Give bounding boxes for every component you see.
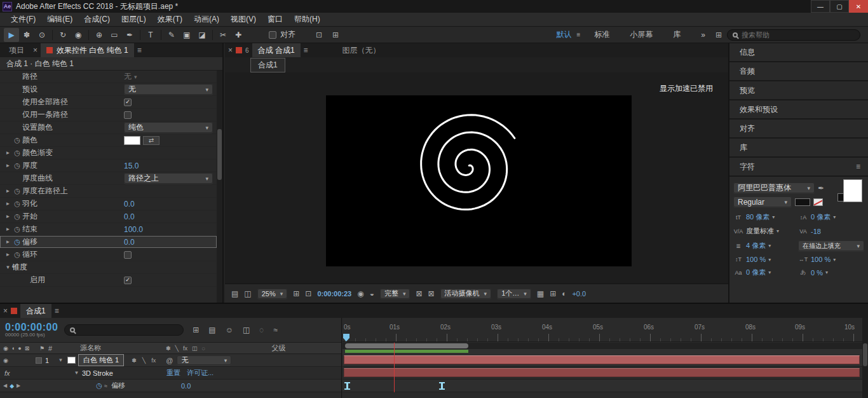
work-area-bar[interactable]	[345, 350, 468, 353]
fill-color-swatch[interactable]	[843, 179, 862, 202]
menu-edit[interactable]: 编辑(E)	[41, 14, 78, 25]
work-area-track[interactable]	[342, 349, 862, 354]
time-ruler[interactable]: 0s 01s 02s 03s 04s 05s 06s 07s 08s 09s 1…	[342, 318, 862, 342]
time-navigator-bar[interactable]	[345, 343, 468, 348]
mask-toggle-icon[interactable]: ⊠	[428, 289, 435, 298]
draft-3d-icon[interactable]: ▤	[208, 326, 215, 334]
selection-tool-button[interactable]: ▶	[4, 28, 19, 42]
composition-flowchart-icon[interactable]: ⊞	[193, 326, 199, 334]
property-row[interactable]: ◀ ◆ ▶ ◷ ≈ 偏移 0.0	[0, 380, 341, 392]
solid-color-chip[interactable]	[67, 357, 76, 364]
stopwatch-icon[interactable]: ◷	[12, 225, 22, 233]
tab-timeline-comp[interactable]: 合成1	[20, 304, 51, 318]
panel-tab-libraries[interactable]: 库	[729, 139, 868, 158]
add-keyframe-icon[interactable]: ◆	[10, 383, 14, 389]
stopwatch-icon[interactable]: ◷	[12, 238, 22, 246]
layer-row[interactable]: ◉ 1 ▼ 白色 纯色 1 ✽ ╲ fx @ 无▾	[0, 354, 341, 367]
stopwatch-icon[interactable]: ◷	[12, 200, 22, 208]
expand-icon[interactable]: ►	[4, 201, 12, 207]
expand-icon[interactable]: ►	[4, 188, 12, 194]
source-name-column[interactable]: 源名称	[60, 343, 155, 353]
expand-icon[interactable]: ►	[4, 252, 12, 257]
close-icon[interactable]: ×	[3, 306, 8, 315]
panel-tab-character[interactable]: 字符 ≡	[729, 158, 868, 177]
menu-view[interactable]: 视图(V)	[225, 14, 262, 25]
pickwhip-icon[interactable]: @	[166, 357, 173, 364]
current-time-indicator[interactable]	[394, 343, 395, 392]
keyframe[interactable]	[439, 382, 445, 390]
solo-icon[interactable]: ●	[18, 345, 21, 352]
layer-visibility-icon[interactable]: ◉	[3, 357, 8, 364]
brush-tool-button[interactable]: ✎	[164, 28, 179, 42]
prev-keyframe-icon[interactable]: ◀	[3, 383, 7, 388]
scrollbar-thumb[interactable]	[863, 343, 867, 366]
workspace-standard[interactable]: 标准	[594, 29, 609, 40]
stopwatch-icon[interactable]: ◷	[12, 187, 22, 195]
current-timecode[interactable]: 0:00:00:00	[5, 322, 58, 332]
graph-editor-icon[interactable]: ≈	[273, 326, 278, 334]
expand-icon[interactable]: ►	[4, 226, 12, 232]
collapse-icon[interactable]: ▼	[4, 264, 12, 270]
snapshot-icon[interactable]: ▤	[231, 289, 238, 298]
color-swatch[interactable]	[124, 136, 140, 145]
scrollbar-thumb[interactable]	[217, 129, 222, 180]
magnification-dropdown[interactable]: 25%▾	[257, 289, 288, 299]
stopwatch-icon[interactable]: ◷	[94, 381, 104, 390]
camera-tool-button[interactable]: ◉	[71, 28, 86, 42]
panel-menu-icon[interactable]: ≡	[55, 306, 59, 315]
tab-effect-controls[interactable]: 效果控件 白色 纯色 1	[41, 43, 134, 57]
layer-label-chip[interactable]	[36, 357, 42, 364]
zoom-tool-button[interactable]: ⊙	[34, 28, 50, 42]
pixel-aspect-icon[interactable]: ▦	[537, 289, 544, 298]
hand-tool-button[interactable]: ✽	[19, 28, 34, 42]
font-family-dropdown[interactable]: 阿里巴巴普惠体▾	[733, 182, 815, 193]
tsume-control[interactable]: あ 0 % ▾	[798, 268, 864, 277]
loop-checkbox[interactable]	[124, 251, 132, 259]
stroke-style-dropdown[interactable]: 在描边上填充▾	[798, 240, 864, 251]
panel-tab-align[interactable]: 对齐	[729, 120, 868, 139]
show-channel-icon[interactable]: ◫	[244, 289, 251, 298]
target-region-icon[interactable]: ⊠	[416, 289, 422, 298]
view-layout-dropdown[interactable]: 活动摄像机▾	[440, 289, 492, 299]
enable-checkbox[interactable]: ✓	[124, 277, 132, 284]
menu-help[interactable]: 帮助(H)	[288, 14, 326, 25]
menu-layer[interactable]: 图层(L)	[116, 14, 152, 25]
thickness-curve-dropdown[interactable]: 路径之上▾	[124, 173, 213, 184]
parent-column[interactable]: 父级	[216, 343, 341, 353]
expand-icon[interactable]: ►	[4, 163, 12, 168]
pen-tool-button[interactable]: ✒	[122, 28, 137, 42]
close-button[interactable]: ✕	[849, 0, 868, 13]
layer-track[interactable]	[342, 354, 862, 367]
close-icon[interactable]: ×	[228, 46, 233, 55]
feather-value[interactable]: 0.0	[124, 200, 135, 209]
kerning-control[interactable]: V/A 度量标准 ▾	[733, 226, 796, 236]
mask-visibility-icon[interactable]: ⊡	[316, 31, 322, 39]
expand-icon[interactable]: ►	[4, 239, 12, 245]
eraser-tool-button[interactable]: ◪	[194, 28, 210, 42]
panel-tab-info[interactable]: 信息	[729, 43, 868, 62]
grid-guides-icon[interactable]: ⊞	[293, 289, 299, 298]
collapse-icon[interactable]: ✽	[132, 357, 137, 364]
grid-options-icon[interactable]: ⊞	[332, 31, 339, 39]
frame-blend-icon[interactable]: ◫	[243, 326, 250, 334]
menu-composition[interactable]: 合成(C)	[78, 14, 116, 25]
thickness-value[interactable]: 15.0	[124, 161, 139, 170]
effect-license-link[interactable]: 许可证...	[187, 368, 214, 378]
time-navigator-track[interactable]	[342, 343, 862, 349]
fx-icon[interactable]: fx	[151, 357, 156, 364]
workspace-menu-icon[interactable]: ≡	[576, 31, 580, 38]
menu-effect[interactable]: 效果(T)	[152, 14, 188, 25]
transparency-grid-icon[interactable]: ◒	[370, 289, 374, 298]
effect-controls-scrollbar[interactable]	[217, 71, 222, 303]
sync-settings-icon[interactable]: ⊞	[715, 31, 722, 39]
tab-project[interactable]: 项目	[3, 43, 30, 57]
expand-icon[interactable]: ►	[4, 150, 12, 156]
timeline-search-input[interactable]	[79, 326, 178, 335]
panel-menu-icon[interactable]: ≡	[137, 46, 142, 55]
region-of-interest-icon[interactable]: ⊡	[305, 289, 311, 298]
exposure-value[interactable]: +0.0	[572, 290, 586, 298]
baseline-shift-control[interactable]: Aa 0 像素 ▾	[733, 268, 796, 277]
stopwatch-icon[interactable]: ◷	[12, 136, 22, 144]
roto-brush-tool-button[interactable]: ✂	[215, 28, 231, 42]
stopwatch-icon[interactable]: ◷	[12, 161, 22, 170]
